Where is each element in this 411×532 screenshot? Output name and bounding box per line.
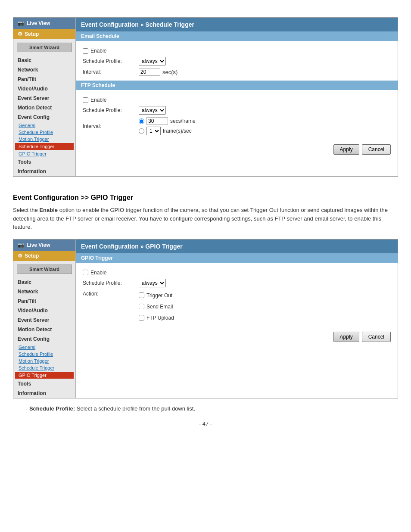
panel-header-schedule: Event Configuration » Schedule Trigger (76, 18, 398, 31)
page-description: Select the Enable option to enable the G… (13, 206, 398, 231)
sidebar-setup[interactable]: ⚙ Setup (13, 29, 75, 39)
gpio-trigger-content: Event Configuration » GPIO Trigger GPIO … (76, 240, 398, 398)
email-form-area: Enable Schedule Profile: always Interval… (76, 43, 398, 81)
sidebar-link-gpio-trigger[interactable]: GPIO Trigger (13, 150, 75, 157)
gpio-section-header: GPIO Trigger (76, 253, 398, 263)
sidebar-bottom-motion-detect[interactable]: Motion Detect (13, 325, 75, 334)
gpio-trigger-cancel-button[interactable]: Cancel (362, 332, 391, 342)
email-section-header: Email Schedule (76, 31, 398, 41)
ftp-radio-frames-sec-input[interactable] (139, 128, 144, 134)
sidebar-item-tools[interactable]: Tools (13, 157, 75, 167)
sidebar-bottom-link-general[interactable]: General (13, 344, 75, 351)
ftp-schedule-profile-label: Schedule Profile: (83, 107, 139, 113)
email-schedule-profile-select[interactable]: always (139, 57, 166, 65)
sidebar-bottom-information[interactable]: Information (13, 389, 75, 398)
panel-header-gpio: Event Configuration » GPIO Trigger (76, 240, 398, 253)
gpio-action-row: Action: Trigger Out Send Email FTP Up (83, 289, 391, 324)
gpio-schedule-profile-row: Schedule Profile: always (83, 277, 391, 289)
gpio-schedule-profile-label: Schedule Profile: (83, 280, 139, 286)
sidebar-item-event-server[interactable]: Event Server (13, 93, 75, 103)
sidebar-bottom-link-motion-trigger[interactable]: Motion Trigger (13, 358, 75, 364)
setup-icon: ⚙ (18, 31, 22, 37)
gpio-schedule-profile-select[interactable]: always (139, 279, 166, 287)
gpio-ftp-upload-checkbox[interactable] (139, 315, 144, 320)
email-interval-row: Interval: sec(s) (83, 67, 391, 77)
camera-icon-bottom: 📷 (18, 242, 24, 248)
sidebar-item-basic[interactable]: Basic (13, 56, 75, 65)
sidebar-bottom-video-audio[interactable]: Video/Audio (13, 306, 75, 315)
ftp-radio-secs-frame: secs/frame (139, 117, 196, 125)
ftp-radio-secs-frame-input[interactable] (139, 118, 144, 124)
sidebar-item-event-config[interactable]: Event Config (13, 112, 75, 122)
camera-icon: 📷 (18, 20, 24, 26)
sidebar-bottom-smart-wizard[interactable]: Smart Wizard (17, 264, 72, 274)
setup-icon-bottom: ⚙ (18, 253, 22, 259)
sidebar-bottom-event-config[interactable]: Event Config (13, 334, 75, 344)
gpio-enable-row: Enable (83, 268, 391, 277)
gpio-send-email-checkbox[interactable] (139, 304, 144, 309)
gpio-action-label: Action: (83, 291, 139, 297)
ftp-enable-row: Enable (83, 95, 391, 105)
schedule-trigger-button-row: Apply Cancel (76, 140, 398, 159)
gpio-trigger-button-row: Apply Cancel (76, 327, 398, 346)
gpio-trigger-panel: 📷 Live View ⚙ Setup Smart Wizard Basic N… (13, 239, 398, 398)
sidebar-item-motion-detect[interactable]: Motion Detect (13, 103, 75, 112)
sidebar-bottom: 📷 Live View ⚙ Setup Smart Wizard Basic N… (13, 240, 76, 398)
schedule-trigger-content: Event Configuration » Schedule Trigger E… (76, 18, 398, 176)
email-interval-input[interactable] (139, 68, 160, 76)
ftp-frames-sec-unit: frame(s)/sec (163, 128, 192, 134)
sidebar-live-view[interactable]: 📷 Live View (13, 18, 75, 29)
email-interval-unit: sec(s) (162, 69, 177, 75)
ftp-schedule-profile-row: Schedule Profile: always (83, 105, 391, 116)
sidebar-link-schedule-trigger[interactable]: Schedule Trigger (15, 143, 74, 150)
gpio-trigger-out-checkbox[interactable] (139, 292, 144, 298)
ftp-enable-checkbox[interactable] (83, 97, 88, 103)
sidebar-bottom-event-server[interactable]: Event Server (13, 315, 75, 325)
sidebar-bottom-link-schedule-profile[interactable]: Schedule Profile (13, 351, 75, 358)
ftp-radio-frames-sec: 1 2 4 frame(s)/sec (139, 127, 196, 135)
schedule-trigger-panel: 📷 Live View ⚙ Setup Smart Wizard Basic N… (13, 17, 398, 177)
sidebar-bottom-link-gpio-trigger[interactable]: GPIO Trigger (15, 372, 74, 379)
email-enable-row: Enable (83, 46, 391, 56)
gpio-form-area: Enable Schedule Profile: always Action: … (76, 264, 398, 327)
gpio-trigger-apply-button[interactable]: Apply (333, 332, 359, 342)
schedule-trigger-cancel-button[interactable]: Cancel (362, 144, 391, 155)
ftp-interval-radio-group: secs/frame 1 2 4 frame(s)/sec (139, 117, 196, 135)
ftp-frames-sec-select[interactable]: 1 2 4 (146, 127, 161, 135)
sidebar-item-information[interactable]: Information (13, 167, 75, 176)
sidebar-bottom-tools[interactable]: Tools (13, 379, 75, 389)
sidebar-item-video-audio[interactable]: Video/Audio (13, 84, 75, 93)
sidebar-top: 📷 Live View ⚙ Setup Smart Wizard Basic N… (13, 18, 76, 176)
sidebar-item-pan-tilt[interactable]: Pan/Tilt (13, 75, 75, 84)
page-container: 📷 Live View ⚙ Setup Smart Wizard Basic N… (13, 17, 398, 427)
email-schedule-profile-row: Schedule Profile: always (83, 56, 391, 67)
ftp-section-header: FTP Schedule (76, 81, 398, 90)
sidebar-bottom-network[interactable]: Network (13, 287, 75, 296)
gpio-send-email-row: Send Email (139, 302, 174, 311)
sidebar-link-general[interactable]: General (13, 122, 75, 129)
ftp-interval-label: Interval: (83, 123, 139, 129)
page-section-title: Event Configuration >> GPIO Trigger (13, 194, 398, 202)
sidebar-item-network[interactable]: Network (13, 65, 75, 75)
schedule-trigger-apply-button[interactable]: Apply (333, 144, 359, 155)
sidebar-bottom-basic[interactable]: Basic (13, 277, 75, 287)
sidebar-link-schedule-profile[interactable]: Schedule Profile (13, 129, 75, 136)
email-interval-label: Interval: (83, 69, 139, 75)
email-enable-checkbox[interactable] (83, 48, 88, 54)
sidebar-smart-wizard[interactable]: Smart Wizard (17, 43, 72, 52)
gpio-trigger-out-row: Trigger Out (139, 291, 174, 300)
sidebar-bottom-pan-tilt[interactable]: Pan/Tilt (13, 296, 75, 306)
sidebar-bottom-setup[interactable]: ⚙ Setup (13, 251, 75, 261)
email-schedule-profile-label: Schedule Profile: (83, 58, 139, 64)
bullet-schedule-profile: - Schedule Profile: Select a schedule pr… (26, 405, 398, 412)
ftp-schedule-profile-select[interactable]: always (139, 106, 166, 115)
ftp-interval-row: Interval: secs/frame 1 2 4 (83, 116, 391, 137)
ftp-secs-frame-unit: secs/frame (170, 118, 196, 124)
sidebar-bottom-live-view[interactable]: 📷 Live View (13, 240, 75, 251)
gpio-enable-checkbox[interactable] (83, 270, 88, 275)
gpio-ftp-upload-row: FTP Upload (139, 313, 174, 323)
sidebar-link-motion-trigger[interactable]: Motion Trigger (13, 136, 75, 143)
page-number: - 47 - (13, 420, 398, 427)
sidebar-bottom-link-schedule-trigger[interactable]: Schedule Trigger (13, 364, 75, 371)
ftp-secs-frame-value[interactable] (146, 117, 168, 125)
